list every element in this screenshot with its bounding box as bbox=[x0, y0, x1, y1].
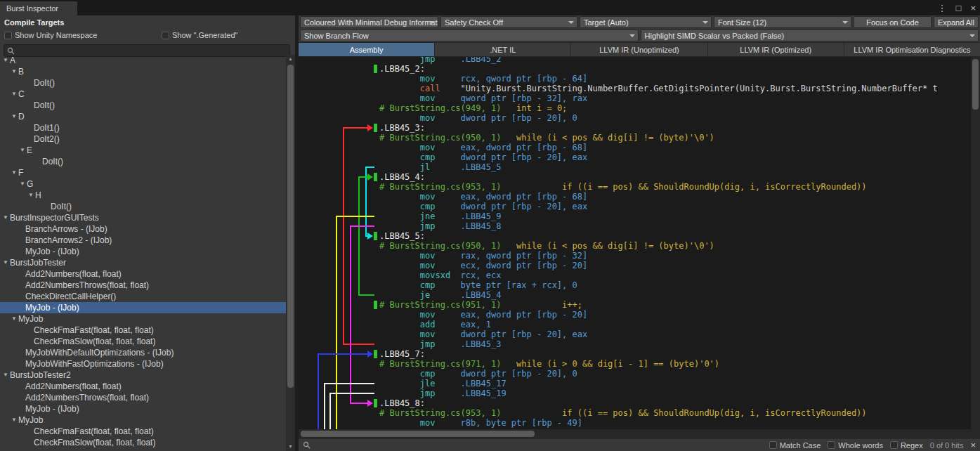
foldout-expanded-icon[interactable]: ▼ bbox=[10, 89, 18, 100]
tree-item-add2numbersthrows-float-float[interactable]: Add2NumbersThrows(float, float) bbox=[0, 280, 286, 291]
dropdown-coloured-with-minimal-debug-information[interactable]: Coloured With Minimal Debug Information bbox=[300, 16, 438, 28]
dropdown-safety-check-off[interactable]: Safety Check Off bbox=[440, 16, 577, 28]
chevron-down-icon bbox=[969, 34, 975, 37]
dropdown-highlight-simd-scalar-vs-packed-false[interactable]: Highlight SIMD Scalar vs Packed (False) bbox=[641, 30, 979, 41]
tree-item-label: H bbox=[35, 190, 41, 200]
tree-item-myjob[interactable]: ▼MyJob bbox=[0, 313, 286, 325]
code-search-input[interactable] bbox=[315, 441, 537, 450]
targets-scrollbar[interactable]: ▲ ▼ bbox=[286, 55, 295, 451]
tree-item-brancharrows-ijob[interactable]: BranchArrows - (IJob) bbox=[0, 223, 286, 235]
foldout-expanded-icon[interactable]: ▼ bbox=[1, 257, 10, 268]
tree-item-checkfmafast-float-float-float[interactable]: CheckFmaFast(float, float, float) bbox=[0, 325, 286, 336]
tree-item-c[interactable]: ▼C bbox=[0, 89, 286, 100]
foldout-expanded-icon[interactable]: ▼ bbox=[1, 370, 10, 381]
foldout-expanded-icon[interactable]: ▼ bbox=[27, 190, 35, 201]
dropdown-label: Target (Auto) bbox=[584, 18, 629, 27]
tree-item-doit1[interactable]: DoIt1() bbox=[0, 122, 286, 133]
button-expand-all[interactable]: Expand All bbox=[934, 16, 979, 28]
compile-targets-panel: Compile Targets Show Unity NamespaceShow… bbox=[0, 15, 295, 451]
foldout-expanded-icon[interactable]: ▼ bbox=[18, 145, 27, 156]
find-option-regex[interactable]: Regex bbox=[890, 441, 923, 450]
tree-item-b[interactable]: ▼B bbox=[0, 66, 286, 77]
tab-net-il[interactable]: .NET IL bbox=[435, 43, 570, 56]
tree-item-f[interactable]: ▼F bbox=[0, 167, 286, 178]
find-option-match-case[interactable]: Match Case bbox=[769, 441, 821, 450]
targets-search-input[interactable] bbox=[17, 46, 287, 55]
tree-item-checkfmafast-float-float-float[interactable]: CheckFmaFast(float, float, float) bbox=[0, 426, 286, 437]
tree-item-myjob-ijob[interactable]: MyJob - (IJob) bbox=[0, 246, 286, 257]
tab-llvm-ir-optimized[interactable]: LLVM IR (Optimized) bbox=[708, 43, 844, 56]
tree-item-burstjobtester[interactable]: ▼BurstJobTester bbox=[0, 257, 286, 268]
tree-item-g[interactable]: ▼G bbox=[0, 178, 286, 190]
window-menu-icon[interactable]: ⋮ bbox=[938, 4, 947, 13]
tree-item-myjob[interactable]: ▼MyJob bbox=[0, 414, 286, 426]
close-icon[interactable]: × bbox=[970, 4, 976, 13]
foldout-expanded-icon[interactable]: ▼ bbox=[1, 55, 10, 66]
tree-item-doit[interactable]: DoIt() bbox=[0, 156, 286, 167]
tree-item-myjob-ijob[interactable]: MyJob - (IJob) bbox=[0, 302, 286, 313]
tree-item-doit[interactable]: DoIt() bbox=[0, 77, 286, 89]
tree-item-myjobwithfastoptimizations-ijob[interactable]: MyJobWithFastOptimizations - (IJob) bbox=[0, 358, 286, 370]
tree-item-add2numbers-float-float[interactable]: Add2Numbers(float, float) bbox=[0, 268, 286, 280]
tree-item-checkfmaslow-float-float-float[interactable]: CheckFmaSlow(float, float, float) bbox=[0, 437, 286, 448]
tree-item-h[interactable]: ▼H bbox=[0, 190, 286, 201]
code-vscroll-thumb[interactable] bbox=[972, 59, 979, 110]
tree-item-myjob-ijob[interactable]: MyJob - (IJob) bbox=[0, 403, 286, 414]
asm-line: cmp byte ptr [rax + rcx], 0 bbox=[299, 280, 971, 290]
toolbar-row-2: Show Branch FlowHighlight SIMD Scalar vs… bbox=[299, 29, 980, 42]
tree-item-doit2[interactable]: DoIt2() bbox=[0, 133, 286, 145]
code-vertical-scrollbar[interactable] bbox=[971, 57, 980, 429]
dropdown-label: Show Branch Flow bbox=[304, 32, 369, 40]
foldout-expanded-icon[interactable]: ▼ bbox=[10, 167, 18, 178]
targets-scrollbar-thumb[interactable] bbox=[287, 65, 294, 388]
foldout-expanded-icon[interactable]: ▼ bbox=[10, 66, 18, 77]
tree-item-checkdirectcallhelper[interactable]: CheckDirectCallHelper() bbox=[0, 291, 286, 302]
find-option-whole-words[interactable]: Whole words bbox=[828, 441, 883, 450]
foldout-expanded-icon[interactable]: ▼ bbox=[10, 313, 18, 325]
foldout-expanded-icon[interactable]: ▼ bbox=[10, 414, 18, 426]
code-hscroll-thumb[interactable] bbox=[301, 431, 535, 437]
tree-item-label: DoIt2() bbox=[34, 134, 60, 144]
dropdown-show-branch-flow[interactable]: Show Branch Flow bbox=[300, 30, 639, 41]
tab-llvm-ir-unoptimized[interactable]: LLVM IR (Unoptimized) bbox=[571, 43, 707, 56]
tree-item-add2numbers-float-float[interactable]: Add2Numbers(float, float) bbox=[0, 381, 286, 392]
checkbox-icon[interactable] bbox=[769, 441, 777, 449]
dropdown-target-auto[interactable]: Target (Auto) bbox=[580, 16, 712, 28]
tree-item-checkfmaslow-float-float-float[interactable]: CheckFmaSlow(float, float, float) bbox=[0, 336, 286, 347]
checkbox-show-unity-namespace[interactable]: Show Unity Namespace bbox=[4, 31, 97, 39]
maximize-icon[interactable]: □ bbox=[956, 4, 962, 13]
checkbox-show-generated[interactable]: Show ".Generated" bbox=[162, 31, 237, 39]
checkbox-icon[interactable] bbox=[828, 441, 835, 449]
foldout-expanded-icon[interactable]: ▼ bbox=[10, 111, 18, 122]
asm-line: mov dword ptr [rbp - 20], eax bbox=[299, 329, 971, 339]
checkbox-icon[interactable] bbox=[162, 32, 169, 39]
checkbox-icon[interactable] bbox=[890, 441, 898, 449]
window-tab-burst-inspector[interactable]: Burst Inspector bbox=[0, 1, 77, 15]
tree-item-label: DoIt() bbox=[34, 78, 55, 88]
tree-item-d[interactable]: ▼D bbox=[0, 111, 286, 122]
tree-item-add2numbersthrows-float-float[interactable]: Add2NumbersThrows(float, float) bbox=[0, 392, 286, 403]
foldout-expanded-icon[interactable]: ▼ bbox=[1, 212, 10, 223]
asm-line: # BurstString.cs(950, 1) while (i < pos … bbox=[299, 133, 971, 143]
tree-item-a[interactable]: ▼A bbox=[0, 55, 286, 66]
tree-item-brancharrows2-ijob[interactable]: BranchArrows2 - (IJob) bbox=[0, 235, 286, 246]
scroll-up-icon[interactable]: ▲ bbox=[286, 55, 295, 63]
tree-item-myjobwithdefaultoptimizations-ijob[interactable]: MyJobWithDefaultOptimizations - (IJob) bbox=[0, 347, 286, 358]
asm-line: jne .LBB45_9 bbox=[299, 211, 971, 221]
tab-llvm-ir-optimisation-diagnostics[interactable]: LLVM IR Optimisation Diagnostics bbox=[844, 43, 980, 56]
assembly-code-view[interactable]: jmp .LBB45_2.LBB45_2: mov rcx, qword ptr… bbox=[299, 57, 980, 429]
tree-item-e[interactable]: ▼E bbox=[0, 145, 286, 156]
tree-item-burstinspectorguitests[interactable]: ▼BurstInspectorGUITests bbox=[0, 212, 286, 223]
tree-item-doit[interactable]: DoIt() bbox=[0, 100, 286, 111]
close-icon[interactable]: × bbox=[970, 440, 976, 450]
tree-item-burstjobtester2[interactable]: ▼BurstJobTester2 bbox=[0, 370, 286, 381]
foldout-expanded-icon[interactable]: ▼ bbox=[18, 178, 27, 190]
checkbox-icon[interactable] bbox=[4, 32, 12, 39]
dropdown-font-size-12[interactable]: Font Size (12) bbox=[714, 16, 851, 28]
scroll-down-icon[interactable]: ▼ bbox=[286, 443, 295, 451]
code-horizontal-scrollbar[interactable] bbox=[299, 429, 980, 438]
asm-line: je .LBB45_4 bbox=[299, 290, 971, 300]
button-focus-on-code[interactable]: Focus on Code bbox=[854, 16, 932, 28]
tree-item-doit[interactable]: DoIt() bbox=[0, 201, 286, 212]
tab-assembly[interactable]: Assembly bbox=[299, 43, 434, 56]
